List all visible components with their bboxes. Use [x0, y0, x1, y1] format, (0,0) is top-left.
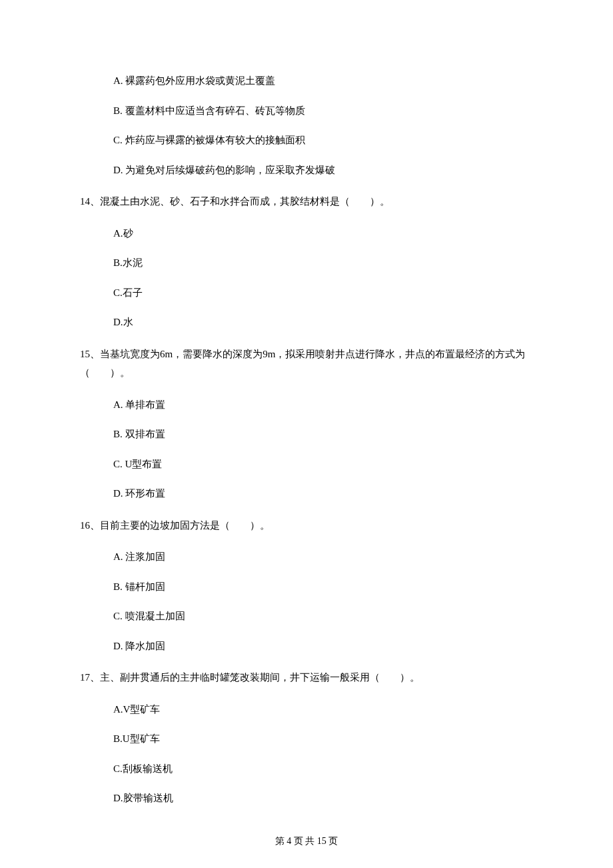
q15-option-b: B. 双排布置 — [80, 427, 533, 442]
q13-option-d: D. 为避免对后续爆破药包的影响，应采取齐发爆破 — [80, 163, 533, 178]
q17-option-d: D.胶带输送机 — [80, 791, 533, 806]
q16-option-a: A. 注浆加固 — [80, 549, 533, 565]
q13-option-a: A. 裸露药包外应用水袋或黄泥土覆盖 — [80, 73, 533, 89]
q17-option-b: B.U型矿车 — [80, 731, 533, 747]
q14-option-c: C.石子 — [80, 285, 533, 301]
q16-option-b: B. 锚杆加固 — [80, 579, 533, 595]
q15-option-d: D. 环形布置 — [80, 486, 533, 501]
q14-stem: 14、混凝土由水泥、砂、石子和水拌合而成，其胶结材料是（ ）。 — [80, 192, 533, 211]
q16-stem: 16、目前主要的边坡加固方法是（ ）。 — [80, 516, 533, 535]
q15-option-a: A. 单排布置 — [80, 397, 533, 413]
page-content: A. 裸露药包外应用水袋或黄泥土覆盖 B. 覆盖材料中应适当含有碎石、砖瓦等物质… — [0, 0, 613, 806]
q17-stem: 17、主、副井贯通后的主井临时罐笼改装期间，井下运输一般采用（ ）。 — [80, 668, 533, 687]
q15-option-c: C. U型布置 — [80, 457, 533, 472]
page-footer: 第 4 页 共 15 页 — [0, 834, 613, 848]
q17-option-c: C.刮板输送机 — [80, 761, 533, 777]
q16-option-d: D. 降水加固 — [80, 639, 533, 654]
q14-option-b: B.水泥 — [80, 255, 533, 271]
q13-option-b: B. 覆盖材料中应适当含有碎石、砖瓦等物质 — [80, 103, 533, 119]
q17-option-a: A.V型矿车 — [80, 702, 533, 717]
q14-option-a: A.砂 — [80, 226, 533, 241]
q14-option-d: D.水 — [80, 315, 533, 330]
q15-stem: 15、当基坑宽度为6m，需要降水的深度为9m，拟采用喷射井点进行降水，井点的布置… — [80, 345, 533, 383]
q16-option-c: C. 喷混凝土加固 — [80, 609, 533, 624]
q13-option-c: C. 炸药应与裸露的被爆体有较大的接触面积 — [80, 133, 533, 148]
